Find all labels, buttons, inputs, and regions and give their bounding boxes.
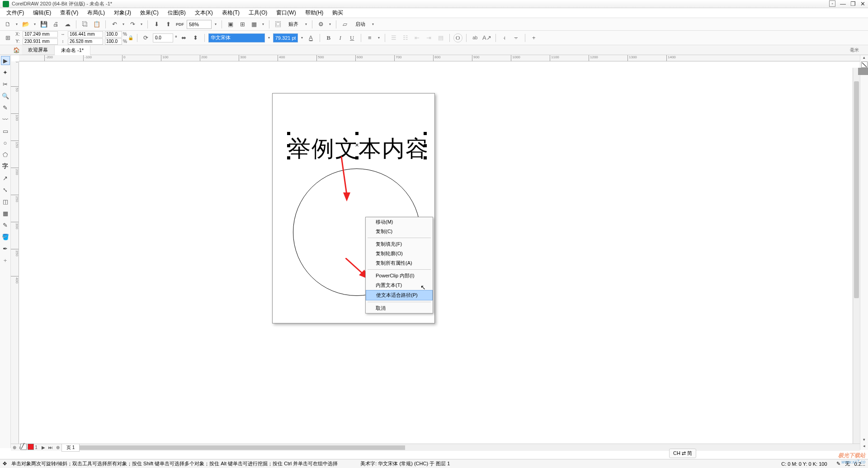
bold-button[interactable]: B: [324, 33, 334, 43]
hscroll-thumb[interactable]: [80, 445, 405, 450]
sel-handle-tr[interactable]: [424, 132, 427, 135]
menu-window[interactable]: 窗口(W): [273, 8, 299, 18]
grid-dropdown-icon[interactable]: ▾: [261, 22, 265, 26]
menu-view[interactable]: 查看(V): [57, 8, 82, 18]
mirror-h-icon[interactable]: ⬌: [179, 33, 189, 43]
menu-bitmap[interactable]: 位图(B): [164, 8, 189, 18]
artistic-media-icon[interactable]: 〰: [1, 115, 10, 124]
sel-handle-bl[interactable]: [287, 156, 290, 159]
pdf-icon[interactable]: PDF: [175, 19, 185, 29]
sel-handle-mr[interactable]: [424, 144, 427, 147]
launch-label[interactable]: 启动: [352, 20, 369, 29]
add-page-after-icon[interactable]: ⊕: [54, 445, 61, 451]
outline-tool-icon[interactable]: ✒: [1, 244, 10, 253]
menu-help[interactable]: 帮助(H): [302, 8, 327, 18]
save-icon[interactable]: 💾: [39, 19, 49, 29]
italic-button[interactable]: I: [335, 33, 345, 43]
menu-tools[interactable]: 工具(O): [245, 8, 271, 18]
drop-cap-icon[interactable]: ▤: [436, 33, 446, 43]
sel-handle-br[interactable]: [424, 156, 427, 159]
transparency-icon[interactable]: ▦: [1, 209, 10, 218]
vscroll-thumb[interactable]: [854, 81, 859, 298]
rectangle-tool-icon[interactable]: ▭: [1, 126, 10, 136]
bullets-icon[interactable]: ☰: [389, 33, 399, 43]
add-tool-icon[interactable]: +: [1, 256, 10, 265]
connector-tool-icon[interactable]: ⤡: [1, 185, 10, 194]
ab-edit-icon[interactable]: ab: [470, 33, 480, 43]
scale-x-input[interactable]: [105, 31, 122, 37]
no-fill-swatch[interactable]: ╱: [20, 444, 27, 450]
sel-handle-tm[interactable]: [355, 132, 359, 135]
ctx-copy-outline[interactable]: 复制轮廓(O): [366, 249, 433, 258]
x-input[interactable]: [23, 31, 58, 37]
scale-y-input[interactable]: [105, 38, 122, 45]
paste-icon[interactable]: 📋: [92, 19, 102, 29]
zoom-input[interactable]: [187, 20, 212, 29]
alignment-icon[interactable]: ≡: [365, 33, 375, 43]
size-dropdown-icon[interactable]: ▾: [300, 36, 304, 40]
indent-inc-icon[interactable]: ⇥: [424, 33, 434, 43]
horizontal-scrollbar[interactable]: [80, 445, 860, 451]
canvas-viewport[interactable]: 举例文本内容 ✕ 移动(M) 复制(C): [19, 61, 860, 448]
options-dropdown-icon[interactable]: ▾: [328, 22, 332, 26]
width-input[interactable]: [68, 31, 103, 37]
new-icon[interactable]: 🗋: [3, 19, 13, 29]
font-size-input[interactable]: [273, 33, 298, 42]
tab-welcome[interactable]: 欢迎屏幕: [22, 45, 55, 55]
menu-buy[interactable]: 购买: [329, 8, 347, 18]
ctx-copy-all[interactable]: 复制所有属性(A): [366, 258, 433, 268]
palette-scroll-down-icon[interactable]: ▾: [863, 437, 865, 444]
options-icon[interactable]: ⚙: [316, 19, 326, 29]
vertical-scrollbar[interactable]: [853, 68, 860, 448]
add-page-icon[interactable]: ⊕: [11, 445, 18, 451]
open-icon[interactable]: 📂: [21, 19, 31, 29]
indent-dec-icon[interactable]: ⇤: [412, 33, 422, 43]
snap-icon[interactable]: ⿴: [273, 19, 283, 29]
palette-expand-icon[interactable]: ◂: [863, 444, 865, 450]
text-direction-v-icon[interactable]: ⫟: [511, 33, 521, 43]
mirror-v-icon[interactable]: ⬍: [191, 33, 201, 43]
no-color-swatch[interactable]: [861, 61, 868, 68]
fill-tool-icon[interactable]: 🪣: [1, 232, 10, 241]
print-icon[interactable]: 🖨: [51, 19, 61, 29]
artistic-text-object[interactable]: 举例文本内容: [288, 134, 429, 164]
window-options-icon[interactable]: ▫: [829, 0, 835, 7]
launch-icon[interactable]: ▱: [340, 19, 350, 29]
eyedropper-icon[interactable]: ✎: [1, 220, 10, 229]
drop-shadow-icon[interactable]: ◫: [1, 197, 10, 206]
font-dropdown-icon[interactable]: ▾: [267, 36, 271, 40]
minimize-icon[interactable]: —: [840, 0, 846, 7]
pick-tool-icon[interactable]: ▶: [1, 56, 10, 65]
sel-handle-ml[interactable]: [287, 144, 290, 147]
menu-text[interactable]: 文本(X): [191, 8, 217, 18]
canvas-area[interactable]: -300-200-1000100200300400500600700800900…: [11, 55, 868, 448]
freehand-tool-icon[interactable]: ✎: [1, 103, 10, 112]
text-tool-icon[interactable]: 字: [1, 162, 10, 171]
crop-tool-icon[interactable]: ✂: [1, 80, 10, 89]
ellipse-tool-icon[interactable]: ○: [1, 138, 10, 147]
new-dropdown-icon[interactable]: ▾: [14, 22, 19, 26]
ruler-icon[interactable]: ⊞: [237, 19, 247, 29]
rotation-input[interactable]: [153, 33, 173, 42]
numbering-icon[interactable]: ☷: [401, 33, 410, 43]
maximize-icon[interactable]: ❐: [850, 0, 856, 7]
red-swatch[interactable]: [28, 444, 34, 450]
ctx-cancel[interactable]: 取消: [366, 304, 433, 313]
parallel-dim-icon[interactable]: ↗: [1, 173, 10, 183]
palette-scroll-up-icon[interactable]: ▴: [863, 55, 865, 61]
next-page-icon[interactable]: ▶: [40, 445, 47, 451]
copy-icon[interactable]: ⿻: [80, 19, 90, 29]
last-page-icon[interactable]: ⏭: [47, 445, 54, 451]
menu-layout[interactable]: 布局(L): [84, 8, 108, 18]
open-dropdown-icon[interactable]: ▾: [33, 22, 37, 26]
zoom-tool-icon[interactable]: 🔍: [1, 91, 10, 100]
font-size-unit-icon[interactable]: A̲: [306, 33, 316, 43]
font-select[interactable]: [208, 33, 265, 42]
snap-dropdown-icon[interactable]: ▾: [304, 22, 308, 26]
ctx-copy-fill[interactable]: 复制填充(F): [366, 239, 433, 249]
text-direction-h-icon[interactable]: ⫞: [500, 33, 509, 43]
height-input[interactable]: [68, 38, 103, 45]
ime-indicator[interactable]: CH ⇄ 简: [669, 449, 696, 458]
fullscreen-icon[interactable]: ▣: [226, 19, 236, 29]
page-tab-1[interactable]: 页 1: [61, 444, 80, 452]
